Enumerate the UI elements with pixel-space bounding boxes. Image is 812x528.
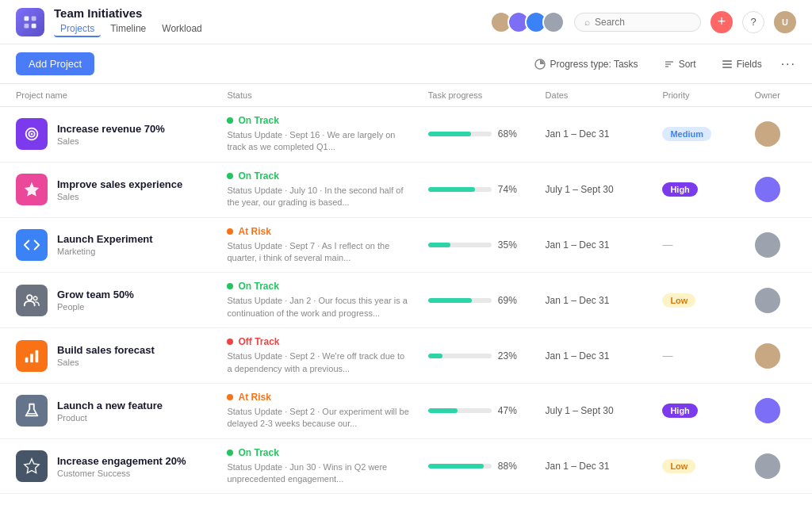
avatar-4 (542, 11, 565, 33)
progress-bar-fill (428, 187, 475, 192)
status-cell: On Track Status Update · Jan 2 · Our foc… (217, 273, 418, 328)
table-row[interactable]: Build sales forecast Sales Off Track Sta… (0, 328, 812, 384)
status-dot (227, 394, 233, 400)
progress-bar-bg (428, 408, 492, 413)
toolbar: Add Project Progress type: Tasks Sort Fi (0, 44, 812, 84)
project-info: Build sales forecast Sales (57, 344, 155, 367)
progress-bar-fill (428, 132, 471, 136)
priority-badge: — (662, 350, 672, 362)
add-project-button[interactable]: Add Project (16, 52, 94, 75)
table-row[interactable]: Increase revenue 70% Sales On Track Stat… (0, 107, 812, 163)
table-row[interactable]: Increase engagement 20% Customer Success… (0, 438, 812, 494)
project-cell: Improve sales experience Sales (0, 162, 217, 217)
fields-button[interactable]: Fields (715, 55, 768, 73)
nav-timeline[interactable]: Timeline (104, 21, 152, 37)
progress-percent: 23% (498, 350, 517, 362)
header-right: ⌕ + ? U (490, 11, 796, 33)
search-icon: ⌕ (584, 17, 590, 28)
help-button[interactable]: ? (742, 11, 764, 33)
project-cell: Launch a new feature Product (0, 383, 217, 438)
status-label: On Track (238, 281, 278, 292)
status-label: Off Track (238, 336, 279, 347)
col-owner: Owner (745, 84, 813, 107)
project-team: Product (57, 413, 163, 423)
status-dot (227, 283, 233, 289)
svg-point-13 (31, 133, 33, 136)
add-button[interactable]: + (710, 11, 733, 33)
priority-badge: Medium (662, 127, 711, 141)
projects-table: Project name Status Task progress Dates … (0, 84, 812, 494)
svg-rect-1 (32, 16, 36, 21)
status-update: Status Update · Jan 2 · Our focus this y… (227, 295, 408, 319)
priority-badge: High (662, 404, 697, 418)
project-icon (16, 395, 48, 427)
project-cell: Build sales forecast Sales (0, 328, 217, 384)
project-cell: Increase revenue 70% Sales (0, 107, 217, 163)
dates-cell: Jan 1 – Dec 31 (536, 438, 653, 494)
project-info: Launch a new feature Product (57, 400, 163, 423)
status-update: Status Update · Sept 2 · Our experiment … (227, 406, 408, 430)
progress-percent: 35% (498, 239, 517, 251)
table-body: Increase revenue 70% Sales On Track Stat… (0, 107, 812, 494)
project-cell: Launch Experiment Marketing (0, 217, 217, 273)
table-row[interactable]: Grow team 50% People On Track Status Upd… (0, 273, 812, 328)
project-info: Improve sales experience Sales (57, 178, 182, 201)
project-cell: Increase engagement 20% Customer Success (0, 438, 217, 494)
project-name: Build sales forecast (57, 344, 155, 356)
sort-icon (664, 59, 675, 70)
priority-badge: — (662, 239, 672, 251)
fields-icon (722, 59, 733, 70)
progress-cell: 74% (419, 162, 536, 217)
table-row[interactable]: Improve sales experience Sales On Track … (0, 162, 812, 217)
table-row[interactable]: Launch Experiment Marketing At Risk Stat… (0, 217, 812, 273)
dates-cell: Jan 1 – Dec 31 (536, 107, 653, 163)
project-team: People (57, 302, 134, 312)
owner-avatar (755, 453, 780, 479)
more-options-button[interactable]: ··· (781, 57, 796, 71)
nav-projects[interactable]: Projects (54, 21, 101, 37)
status-cell: On Track Status Update · July 10 · In th… (217, 162, 418, 217)
priority-cell: — (653, 217, 745, 273)
progress-bar-fill (428, 298, 472, 303)
search-input[interactable] (595, 17, 691, 28)
table-header: Project name Status Task progress Dates … (0, 84, 812, 107)
project-icon (16, 118, 48, 150)
progress-cell: 47% (419, 383, 536, 438)
project-name: Increase revenue 70% (57, 123, 165, 135)
progress-bar-bg (428, 464, 492, 469)
status-label: At Risk (238, 226, 270, 237)
dates-cell: July 1 – Sept 30 (536, 383, 653, 438)
table-row[interactable]: Launch a new feature Product At Risk Sta… (0, 383, 812, 438)
priority-badge: Low (662, 293, 695, 308)
svg-rect-17 (30, 354, 33, 362)
col-progress: Task progress (419, 84, 536, 107)
status-label: At Risk (238, 392, 270, 403)
project-info: Launch Experiment Marketing (57, 233, 153, 256)
project-info: Grow team 50% People (57, 289, 134, 312)
owner-avatar (755, 121, 780, 147)
progress-bar-bg (428, 298, 492, 303)
nav-workload[interactable]: Workload (155, 21, 208, 37)
projects-table-wrap: Project name Status Task progress Dates … (0, 84, 812, 494)
col-status: Status (217, 84, 418, 107)
progress-bar-bg (428, 187, 492, 192)
owner-cell (745, 217, 813, 273)
owner-cell (745, 273, 813, 328)
status-cell: At Risk Status Update · Sept 2 · Our exp… (217, 383, 418, 438)
status-label: On Track (238, 170, 278, 182)
project-team: Customer Success (57, 469, 186, 478)
owner-avatar (755, 288, 780, 313)
owner-cell (745, 328, 813, 384)
status-label: On Track (238, 447, 278, 458)
progress-percent: 74% (498, 184, 517, 195)
progress-percent: 68% (498, 128, 517, 140)
owner-avatar (755, 232, 780, 258)
status-label: On Track (238, 115, 278, 126)
progress-bar-bg (428, 243, 492, 247)
dates-cell: Jan 1 – Dec 31 (536, 217, 653, 273)
sort-button[interactable]: Sort (657, 55, 703, 73)
progress-type-button[interactable]: Progress type: Tasks (528, 55, 644, 73)
col-project-name: Project name (0, 84, 217, 107)
priority-cell: High (653, 383, 745, 438)
search-box[interactable]: ⌕ (574, 13, 701, 32)
